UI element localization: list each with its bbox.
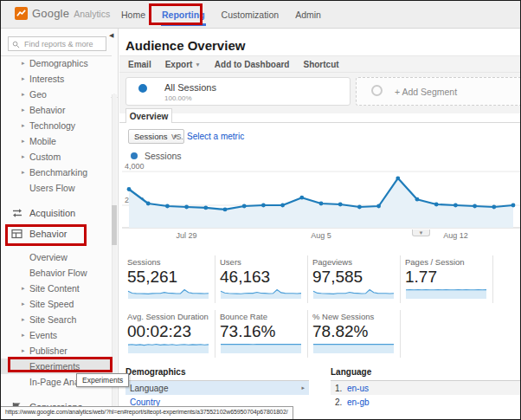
- scorecard-new-sessions: % New Sessions78.82%: [308, 310, 401, 358]
- add-segment-icon: [371, 85, 383, 96]
- metric-label: Sessions: [127, 257, 215, 267]
- sidebar-item-acquisition[interactable]: Acquisition: [1, 203, 112, 223]
- tab-overview[interactable]: Overview: [125, 108, 172, 123]
- row-rank: 1.: [335, 384, 347, 393]
- search-icon: [12, 36, 20, 52]
- search-box[interactable]: [8, 36, 106, 51]
- sidebar-item-benchmarking[interactable]: ▸Benchmarking: [1, 165, 112, 180]
- expand-arrow-icon: ▸: [22, 300, 29, 307]
- tab-admin[interactable]: Admin: [293, 1, 323, 29]
- sidebar-item-label: Behavior Flow: [29, 268, 87, 278]
- all-sessions-segment[interactable]: All Sessions 100.00%: [125, 77, 351, 106]
- sidebar-item-overview[interactable]: Overview: [1, 249, 112, 265]
- select-a-metric-link[interactable]: Select a metric: [187, 132, 244, 141]
- metric-label: Pageviews: [312, 257, 400, 267]
- sidebar-item-site-speed[interactable]: ▸Site Speed: [1, 296, 112, 312]
- language-row-en-us[interactable]: 1.en-us: [331, 381, 520, 395]
- metric-value: 97,585: [312, 268, 400, 286]
- sidebar-item-label: Acquisition: [29, 208, 75, 218]
- sidebar-item-label: Overview: [29, 252, 68, 262]
- sidebar-item-experiments[interactable]: Experiments: [1, 359, 112, 374]
- primary-nav: HomeReportingCustomizationAdmin: [119, 1, 323, 29]
- scorecard-sessions: Sessions55,261: [123, 255, 215, 303]
- expand-arrow-icon: ▸: [22, 332, 29, 339]
- expand-arrow-icon: ▸: [22, 169, 29, 176]
- add-segment-button[interactable]: + Add Segment: [356, 77, 520, 106]
- sidebar-item-behavior[interactable]: ▸Behavior: [1, 102, 112, 118]
- metric-label: % New Sessions: [312, 312, 400, 321]
- tab-customization[interactable]: Customization: [220, 1, 281, 29]
- tab-divider: [119, 122, 520, 123]
- sidebar-item-behavior[interactable]: Behavior: [1, 223, 112, 244]
- expand-arrow-icon: ▸: [22, 138, 29, 145]
- logo-analytics-text: Analytics: [74, 9, 110, 19]
- add-segment-label: + Add Segment: [395, 87, 457, 97]
- expand-arrow-icon: ▸: [22, 316, 29, 323]
- metric-value: 73.16%: [220, 322, 307, 340]
- scorecards-row-1: Sessions55,261Users46,163Pageviews97,585…: [123, 255, 493, 303]
- sidebar: ▸Demographics▸Interests▸Geo▸Behavior▸Tec…: [1, 29, 119, 419]
- scorecard-pages-session: Pages / Session1.77: [401, 255, 493, 303]
- acquisition-icon: [11, 208, 23, 219]
- tab-reporting[interactable]: Reporting: [160, 1, 207, 29]
- vs-label: VS.: [171, 132, 183, 141]
- metric-label: Bounce Rate: [220, 312, 307, 321]
- sidebar-item-interests[interactable]: ▸Interests: [1, 71, 112, 87]
- metric-label: Users: [220, 257, 307, 267]
- sidebar-item-publisher[interactable]: ▸Publisher: [1, 343, 112, 359]
- row-label: Language: [130, 384, 169, 393]
- row-link[interactable]: en-us: [347, 384, 369, 393]
- expand-arrow-icon: ▸: [22, 75, 29, 82]
- export-button[interactable]: Export▼: [165, 60, 201, 69]
- svg-text:4,000: 4,000: [125, 163, 145, 171]
- sidebar-item-site-search[interactable]: ▸Site Search: [1, 312, 112, 327]
- experiments-tooltip: Experiments: [76, 373, 129, 387]
- sidebar-item-events[interactable]: ▸Events: [1, 327, 112, 343]
- report-toolbar: Email Export▼ Add to Dashboard Shortcut: [119, 55, 520, 73]
- tab-home[interactable]: Home: [119, 1, 147, 29]
- expand-arrow-icon: ▸: [22, 60, 29, 67]
- sessions-timeseries-chart: 4,0002,000Jul 29Aug 5Aug 12: [122, 163, 520, 242]
- sidebar-item-technology[interactable]: ▸Technology: [1, 118, 112, 133]
- demographics-header: Demographics: [125, 367, 309, 381]
- sidebar-item-label: Publisher: [29, 346, 68, 356]
- search-input[interactable]: [23, 39, 97, 49]
- row-label: Country: [130, 397, 160, 407]
- scorecard-avg-session-duration: Avg. Session Duration00:02:23: [123, 310, 215, 358]
- sidebar-item-geo[interactable]: ▸Geo: [1, 87, 112, 102]
- sidebar-item-site-content[interactable]: ▸Site Content: [1, 281, 112, 296]
- ga-logo[interactable]: Google Analytics: [15, 7, 110, 20]
- chevron-down-icon: ▼: [195, 61, 200, 68]
- sidebar-item-custom[interactable]: ▸Custom: [1, 149, 112, 165]
- metric-value: 78.82%: [312, 322, 400, 340]
- segment-band: All Sessions 100.00% + Add Segment: [119, 73, 520, 113]
- sidebar-item-label: Site Search: [29, 314, 76, 325]
- sidebar-item-label: Site Content: [29, 283, 80, 294]
- sidebar-item-demographics[interactable]: ▸Demographics: [1, 55, 112, 71]
- shortcut-button[interactable]: Shortcut: [303, 60, 338, 69]
- scorecards-row-2: Avg. Session Duration00:02:23Bounce Rate…: [123, 310, 401, 358]
- segment-label: All Sessions: [164, 82, 216, 93]
- page-title: Audience Overview: [125, 38, 245, 53]
- metric-label: Pages / Session: [405, 257, 492, 267]
- language-row-en-gb[interactable]: 2.en-gb: [331, 395, 520, 409]
- sidebar-scrollbar-thumb[interactable]: [112, 205, 117, 245]
- sidebar-item-mobile[interactable]: ▸Mobile: [1, 133, 112, 149]
- sidebar-item-users-flow[interactable]: Users Flow: [1, 180, 112, 196]
- sidebar-scrollbar-track[interactable]: [112, 94, 117, 420]
- row-link[interactable]: en-gb: [347, 397, 370, 407]
- chart-collapse-button[interactable]: ▼: [412, 229, 430, 236]
- sidebar-item-behavior-flow[interactable]: Behavior Flow: [1, 265, 112, 281]
- expand-arrow-icon: ▸: [22, 107, 29, 113]
- scorecard-bounce-rate: Bounce Rate73.16%: [215, 310, 308, 358]
- email-button[interactable]: Email: [128, 60, 151, 69]
- demographics-row-language[interactable]: Language▸: [125, 381, 309, 395]
- sidebar-item-label: Experiments: [29, 361, 80, 372]
- collapse-sidebar-icon[interactable]: ◀: [109, 32, 113, 39]
- scroll-up-icon[interactable]: [111, 87, 118, 92]
- sessions-legend-dot: [131, 152, 138, 159]
- add-to-dashboard-button[interactable]: Add to Dashboard: [215, 60, 290, 69]
- legend-label: Sessions: [145, 151, 182, 161]
- top-header: Google Analytics HomeReportingCustomizat…: [1, 1, 520, 29]
- sidebar-item-label: Mobile: [29, 136, 56, 146]
